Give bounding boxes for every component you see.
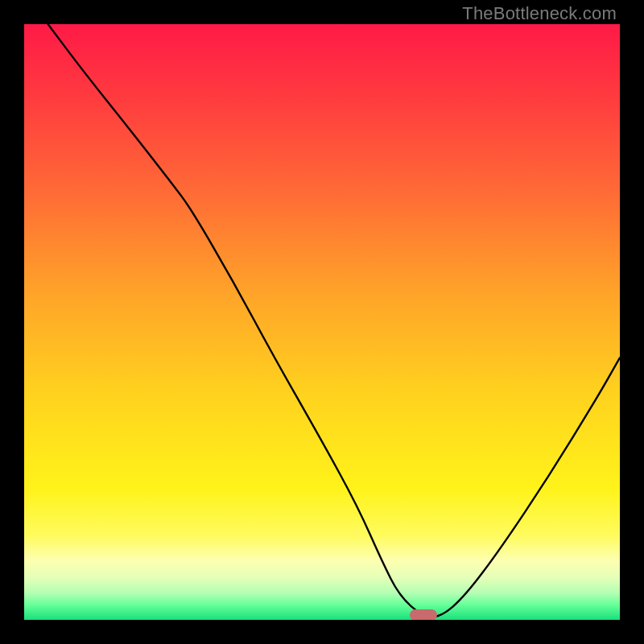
heat-gradient	[24, 24, 620, 620]
watermark-text: TheBottleneck.com	[462, 3, 617, 24]
chart-frame: TheBottleneck.com	[0, 0, 644, 644]
optimal-marker	[410, 609, 437, 620]
plot-area	[24, 24, 620, 620]
